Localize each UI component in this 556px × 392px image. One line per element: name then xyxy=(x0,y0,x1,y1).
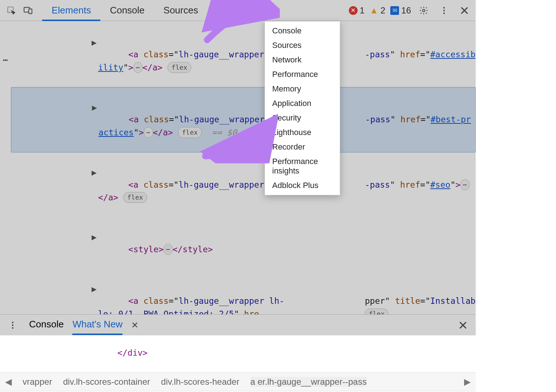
menu-item-console[interactable]: Console xyxy=(265,24,340,38)
breadcrumb-item[interactable]: div.lh-scores-container xyxy=(63,377,150,387)
svg-point-9 xyxy=(12,322,13,323)
selected-dom-node[interactable]: ▶ <a class="lh-gauge__wrapper lh- -pass"… xyxy=(11,87,476,152)
ellipsis-pill[interactable]: ⋯ xyxy=(133,62,142,73)
tab-console[interactable]: Console xyxy=(100,0,154,21)
breadcrumb-item[interactable]: div.lh-scores-header xyxy=(161,377,239,387)
kebab-menu-icon[interactable] xyxy=(436,3,452,18)
menu-item-recorder[interactable]: Recorder xyxy=(265,140,340,154)
disclosure-triangle[interactable]: ▶ xyxy=(92,231,97,244)
drawer-tab-console[interactable]: Console xyxy=(29,315,64,335)
error-count[interactable]: ✕ 1 xyxy=(349,5,364,16)
panel-tabs: Elements Console Sources Netwo xyxy=(42,0,253,21)
drawer-tab-whatsnew[interactable]: What's New xyxy=(72,315,122,335)
menu-item-performance[interactable]: Performance xyxy=(265,67,340,82)
disclosure-triangle[interactable]: ▶ xyxy=(92,283,97,296)
disclosure-triangle[interactable]: ▶ xyxy=(92,166,97,179)
drawer: Console What's New ✕ xyxy=(0,314,476,335)
message-count-value: 16 xyxy=(401,5,411,16)
error-icon: ✕ xyxy=(349,6,358,15)
menu-item-lighthouse[interactable]: Lighthouse xyxy=(265,125,340,140)
breadcrumb-item[interactable]: vrapper xyxy=(23,377,52,387)
svg-rect-2 xyxy=(29,9,32,13)
menu-item-adblock[interactable]: Adblock Plus xyxy=(265,178,340,193)
close-drawer-tab-icon[interactable]: ✕ xyxy=(131,320,138,330)
attr-href[interactable]: #seo xyxy=(430,180,450,189)
message-count[interactable]: ✉ 16 xyxy=(390,5,411,16)
svg-point-10 xyxy=(12,324,13,326)
message-icon: ✉ xyxy=(390,6,399,15)
warning-count-value: 2 xyxy=(380,5,385,16)
tab-sources[interactable]: Sources xyxy=(154,0,208,21)
menu-item-network[interactable]: Network xyxy=(265,53,340,67)
svg-point-3 xyxy=(423,9,425,12)
menu-item-sources[interactable]: Sources xyxy=(265,38,340,53)
svg-point-5 xyxy=(443,9,445,11)
more-tabs-menu: Console Sources Network Performance Memo… xyxy=(265,21,340,195)
disclosure-triangle[interactable]: ▶ xyxy=(92,36,97,49)
disclosure-triangle[interactable]: ▶ xyxy=(92,101,97,114)
menu-item-perf-insights[interactable]: Performance insights xyxy=(265,154,340,178)
breadcrumb-scroll-left[interactable]: ◀ xyxy=(5,377,12,387)
breadcrumb[interactable]: ◀ vrapper div.lh-scores-container div.lh… xyxy=(0,372,476,391)
svg-point-6 xyxy=(443,12,445,14)
close-devtools-icon[interactable] xyxy=(457,3,472,18)
svg-point-4 xyxy=(443,7,445,8)
flex-badge[interactable]: flex xyxy=(168,62,191,73)
ellipsis-pill[interactable]: ⋯ xyxy=(460,179,470,190)
device-toggle-icon[interactable] xyxy=(20,3,36,18)
dom-row-menu-icon[interactable]: ⋯ xyxy=(0,51,11,70)
svg-point-11 xyxy=(12,327,13,328)
menu-item-memory[interactable]: Memory xyxy=(265,82,340,96)
menu-item-application[interactable]: Application xyxy=(265,96,340,111)
flex-badge[interactable]: flex xyxy=(123,192,147,203)
more-tabs-button[interactable] xyxy=(255,3,271,19)
flex-badge[interactable]: flex xyxy=(178,127,202,138)
settings-icon[interactable] xyxy=(416,3,431,18)
breadcrumb-item-selected[interactable]: a er.lh-gauge__wrapper--pass xyxy=(250,377,367,387)
warning-icon: ▲ xyxy=(370,5,378,16)
tab-elements[interactable]: Elements xyxy=(42,0,100,21)
ellipsis-pill[interactable]: ⋯ xyxy=(144,127,153,138)
error-count-value: 1 xyxy=(360,5,364,16)
close-drawer-icon[interactable] xyxy=(455,318,471,333)
drawer-menu-icon[interactable] xyxy=(5,318,20,333)
warning-count[interactable]: ▲ 2 xyxy=(370,5,385,16)
tab-network[interactable]: Netwo xyxy=(208,0,253,21)
attr-class: lh-gauge__wrapper lh- xyxy=(179,296,285,306)
console-ref: == $0 xyxy=(212,128,237,137)
breadcrumb-scroll-right[interactable]: ▶ xyxy=(464,377,471,387)
menu-item-security[interactable]: Security xyxy=(265,111,340,125)
ellipsis-pill[interactable]: ⋯ xyxy=(164,244,173,255)
inspect-element-icon[interactable] xyxy=(4,3,19,18)
